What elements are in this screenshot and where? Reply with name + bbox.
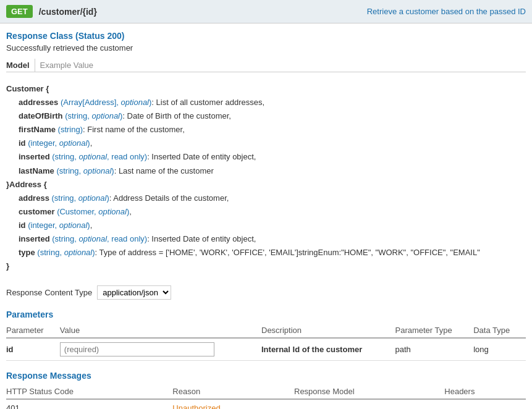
col-header-response-model: Response Model <box>294 384 444 399</box>
tab-example-value[interactable]: Example Value <box>35 59 98 72</box>
content-type-row: Response Content Type application/json a… <box>6 285 526 300</box>
param-value-input[interactable] <box>60 342 214 356</box>
model-line-address-open: }Address { <box>6 178 526 192</box>
content-type-label: Response Content Type <box>6 288 92 297</box>
col-header-headers: Headers <box>444 384 526 399</box>
col-header-value: Value <box>60 323 261 338</box>
response-row-401: 401 Unauthorized <box>6 399 526 409</box>
param-value-cell <box>60 338 261 361</box>
param-row-id: id Internal Id of the customer path long <box>6 338 526 361</box>
model-line-lastname: lastName (string, optional): Last name o… <box>6 164 526 178</box>
model-401 <box>294 399 444 409</box>
content-type-select[interactable]: application/json application/xml text/pl… <box>97 285 171 300</box>
col-header-data-type: Data Type <box>473 323 526 338</box>
reason-401: Unauthorized <box>172 399 294 409</box>
endpoint-header: GET /customer/{id} Retrieve a customer b… <box>0 0 532 23</box>
model-line-type: type (string, optional): Type of address… <box>6 246 526 259</box>
col-header-description: Description <box>261 323 395 338</box>
status-401: 401 <box>6 399 172 409</box>
col-header-param-type: Parameter Type <box>395 323 473 338</box>
main-content: Response Class (Status 200) Successfully… <box>0 23 532 409</box>
response-description: Successfully retrieved the customer <box>6 43 526 53</box>
col-header-reason: Reason <box>172 384 294 399</box>
col-header-status: HTTP Status Code <box>6 384 172 399</box>
response-class-title: Response Class (Status 200) <box>6 31 526 41</box>
col-header-parameter: Parameter <box>6 323 60 338</box>
model-line-id-customer: id (integer, optional), <box>6 137 526 150</box>
endpoint-path: /customer/{id} <box>39 7 367 17</box>
param-datatype: long <box>473 338 526 361</box>
headers-401 <box>444 399 526 409</box>
tab-model[interactable]: Model <box>6 59 35 72</box>
param-type: path <box>395 338 473 361</box>
model-line-close: } <box>6 259 526 273</box>
model-line-inserted-customer: inserted (string, optional, read only): … <box>6 150 526 164</box>
model-line-dob: dateOfBirth (string, optional): Date of … <box>6 109 526 123</box>
model-content: Customer { addresses (Array[Address], op… <box>6 77 526 278</box>
model-line-inserted-address: inserted (string, optional, read only): … <box>6 232 526 246</box>
param-name: id <box>6 338 60 361</box>
model-line-firstname: firstName (string): First name of the cu… <box>6 123 526 137</box>
parameters-title: Parameters <box>6 310 526 319</box>
param-description: Internal Id of the customer <box>261 338 395 361</box>
model-line-addresses: addresses (Array[Address], optional): Li… <box>6 96 526 109</box>
page-container: GET /customer/{id} Retrieve a customer b… <box>0 0 532 409</box>
model-line-id-address: id (integer, optional), <box>6 219 526 232</box>
params-header-row: Parameter Value Description Parameter Ty… <box>6 323 526 338</box>
model-tabs: Model Example Value <box>6 59 526 72</box>
response-header-row: HTTP Status Code Reason Response Model H… <box>6 384 526 399</box>
model-line-customer-field: customer (Customer, optional), <box>6 205 526 219</box>
model-line-customer-open: Customer { <box>6 82 526 96</box>
endpoint-description: Retrieve a customer based on the passed … <box>367 7 526 16</box>
parameters-table: Parameter Value Description Parameter Ty… <box>6 323 526 361</box>
model-line-address-field: address (string, optional): Address Deta… <box>6 192 526 205</box>
http-method-badge: GET <box>6 5 33 18</box>
keyword-customer: Customer { <box>6 84 49 93</box>
response-messages-table: HTTP Status Code Reason Response Model H… <box>6 384 526 409</box>
response-messages-title: Response Messages <box>6 371 526 381</box>
